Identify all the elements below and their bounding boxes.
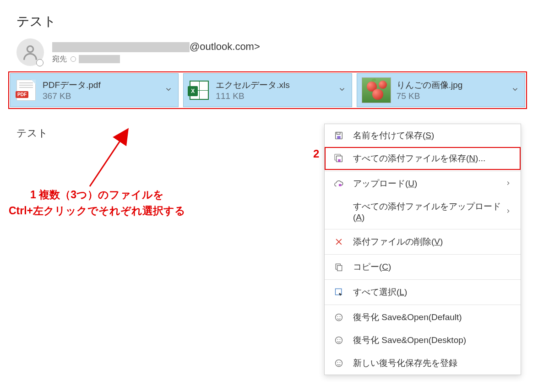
person-icon	[21, 43, 39, 61]
menu-select-all[interactable]: すべて選択(L)	[325, 281, 521, 304]
attachment-xls[interactable]: X エクセルデータ.xls 111 KB	[183, 73, 352, 107]
menu-separator	[325, 305, 521, 305]
menu-label: すべての添付ファイルを保存(N)...	[353, 152, 512, 164]
svg-point-12	[336, 314, 342, 321]
pdf-file-icon: PDF	[15, 79, 37, 101]
svg-point-16	[337, 339, 338, 340]
menu-separator	[325, 254, 521, 255]
attachment-context-menu: 名前を付けて保存(S) すべての添付ファイルを保存(N)... アップロード(U…	[324, 124, 521, 375]
attachments-selection-box: PDF PDFデータ.pdf 367 KB X エクセルデータ.xls 111 …	[8, 71, 527, 109]
svg-rect-10	[337, 266, 342, 271]
smiley-icon	[333, 357, 345, 369]
presence-dot	[37, 60, 43, 66]
menu-separator	[325, 279, 521, 280]
chevron-right-icon	[505, 179, 512, 189]
menu-decrypt-register[interactable]: 新しい復号化保存先を登録	[325, 352, 521, 375]
menu-decrypt-default[interactable]: 復号化 Save&Open(Default)	[325, 306, 521, 329]
menu-separator	[325, 171, 521, 171]
smiley-icon	[333, 311, 345, 323]
recipient-row: 宛先	[52, 54, 260, 64]
delete-x-icon	[333, 236, 345, 248]
svg-rect-7	[338, 159, 341, 162]
cloud-upload-icon	[333, 178, 345, 190]
menu-upload-all[interactable]: すべての添付ファイルをアップロード(A)	[325, 195, 521, 228]
save-icon	[333, 130, 345, 142]
attachment-name: エクセルデータ.xls	[216, 79, 337, 91]
sender-email: @outlook.com>	[52, 41, 260, 53]
smiley-icon	[333, 334, 345, 346]
menu-label: 復号化 Save&Open(Desktop)	[353, 334, 512, 346]
copy-icon	[333, 261, 345, 273]
svg-rect-3	[337, 132, 340, 135]
save-all-icon	[333, 152, 345, 164]
select-all-icon	[333, 286, 345, 298]
menu-save-as[interactable]: 名前を付けて保存(S)	[325, 124, 521, 147]
menu-label: 添付ファイルの削除(V)	[353, 236, 512, 248]
attachment-size: 75 KB	[397, 91, 511, 101]
annotation-step2: 2	[313, 147, 319, 160]
attachment-size: 111 KB	[216, 91, 337, 101]
chevron-down-icon[interactable]	[338, 85, 347, 95]
annotation-step1: 1 複数（3つ）のファイルを Ctrl+左クリックでそれぞれ選択する	[5, 187, 189, 218]
avatar	[16, 38, 44, 66]
svg-point-19	[337, 362, 338, 363]
menu-label: 復号化 Save&Open(Default)	[353, 311, 512, 323]
menu-label: アップロード(U)	[353, 178, 505, 190]
menu-label: すべての添付ファイルをアップロード(A)	[353, 201, 505, 223]
menu-label: 新しい復号化保存先を登録	[353, 357, 512, 369]
chevron-down-icon[interactable]	[164, 85, 174, 95]
recipient-presence-dot	[71, 56, 76, 62]
attachment-image[interactable]: りんごの画像.jpg 75 KB	[357, 73, 525, 107]
redacted-recipient	[79, 55, 120, 63]
attachment-size: 367 KB	[43, 91, 164, 101]
chevron-down-icon[interactable]	[511, 85, 520, 95]
svg-point-20	[340, 362, 341, 363]
redacted-sender-name	[52, 42, 190, 52]
svg-point-18	[336, 360, 342, 367]
chevron-right-icon	[505, 207, 512, 217]
svg-rect-8	[339, 184, 342, 186]
menu-separator	[325, 229, 521, 229]
sender-row: @outlook.com> 宛先	[16, 38, 538, 66]
attachment-pdf[interactable]: PDF PDFデータ.pdf 367 KB	[10, 73, 179, 107]
sender-suffix: @outlook.com>	[190, 41, 260, 52]
svg-point-15	[336, 337, 342, 344]
svg-point-14	[340, 316, 341, 317]
excel-file-icon: X	[188, 79, 210, 101]
svg-point-17	[340, 339, 341, 340]
menu-decrypt-desktop[interactable]: 復号化 Save&Open(Desktop)	[325, 329, 521, 352]
menu-label: コピー(C)	[353, 261, 512, 273]
menu-copy[interactable]: コピー(C)	[325, 256, 521, 278]
menu-save-all-attachments[interactable]: すべての添付ファイルを保存(N)...	[325, 147, 521, 170]
svg-rect-4	[337, 136, 340, 139]
empty-icon	[333, 206, 345, 218]
attachment-name: PDFデータ.pdf	[43, 79, 164, 91]
svg-point-0	[27, 46, 33, 52]
menu-label: すべて選択(L)	[353, 286, 512, 298]
image-thumbnail	[362, 77, 391, 103]
attachment-name: りんごの画像.jpg	[397, 79, 511, 91]
menu-upload[interactable]: アップロード(U)	[325, 172, 521, 195]
to-label: 宛先	[52, 54, 67, 64]
email-subject: テスト	[16, 13, 538, 30]
svg-point-13	[337, 316, 338, 317]
sender-info: @outlook.com> 宛先	[52, 41, 260, 64]
menu-delete-attachment[interactable]: 添付ファイルの削除(V)	[325, 230, 521, 253]
menu-label: 名前を付けて保存(S)	[353, 130, 512, 142]
